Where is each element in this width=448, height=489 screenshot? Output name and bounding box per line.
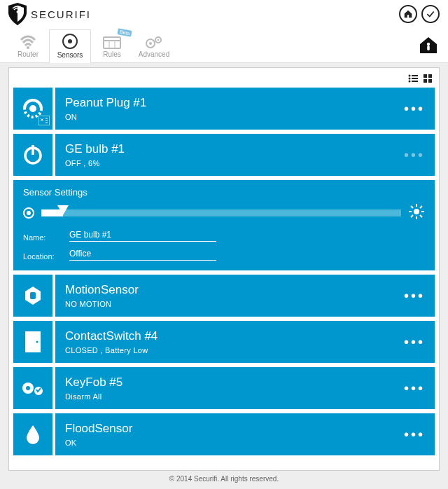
brand-text: SECURIFI xyxy=(31,8,91,20)
water-drop-icon xyxy=(13,413,52,455)
tab-label: Advanced xyxy=(133,50,175,58)
confirm-button[interactable] xyxy=(421,5,440,23)
sensor-title: MotionSensor xyxy=(65,283,139,297)
sensor-card[interactable]: KeyFob #5 Disarm All ••• xyxy=(13,367,435,409)
tab-sensors[interactable]: Sensors xyxy=(49,29,91,63)
sensor-icon xyxy=(62,33,78,50)
brightness-slider[interactable] xyxy=(41,209,401,216)
footer-text: © 2014 Securifi. All rights reserved. xyxy=(0,471,448,487)
sensor-title: GE bulb #1 xyxy=(65,142,125,156)
power-icon xyxy=(13,134,52,176)
sensor-status: Disarm All xyxy=(65,392,122,401)
more-button[interactable]: ••• xyxy=(404,288,425,304)
brightness-icon xyxy=(408,203,425,223)
tab-label: Rules xyxy=(91,50,133,58)
svg-line-33 xyxy=(411,206,413,208)
more-button[interactable]: ••• xyxy=(404,427,425,443)
more-button[interactable]: ••• xyxy=(404,380,425,397)
sensor-card[interactable]: GE bulb #1 OFF , 6% ••• xyxy=(13,134,435,176)
sensor-status: NO MOTION xyxy=(65,300,139,308)
sensor-status: OFF , 6% xyxy=(65,159,125,167)
svg-rect-22 xyxy=(424,79,427,83)
sensor-card[interactable]: FloodSensor OK ••• xyxy=(13,413,435,455)
svg-rect-4 xyxy=(104,37,120,48)
name-field[interactable]: GE bulb #1 xyxy=(69,230,216,242)
svg-rect-39 xyxy=(25,331,41,352)
home-icon xyxy=(403,9,413,19)
tab-label: Router xyxy=(7,50,49,58)
sensor-settings-panel: Sensor Settings Name: GE bulb #1 Locatio… xyxy=(13,180,435,270)
svg-point-42 xyxy=(26,386,30,390)
svg-rect-38 xyxy=(30,292,36,299)
tab-router[interactable]: Router xyxy=(7,32,49,62)
sensor-status: OK xyxy=(65,439,132,447)
more-button[interactable]: ••• xyxy=(404,334,425,350)
gears-icon xyxy=(145,35,163,49)
sensor-card[interactable]: Peanut Plug #1 ON ••• xyxy=(13,88,435,130)
svg-line-36 xyxy=(420,206,422,208)
svg-rect-25 xyxy=(38,116,50,125)
sensor-status: CLOSED , Battery Low xyxy=(65,346,158,354)
svg-rect-21 xyxy=(428,74,432,78)
presence-icon[interactable] xyxy=(419,36,438,57)
more-button[interactable]: ••• xyxy=(404,101,425,117)
tab-label: Sensors xyxy=(50,51,90,59)
svg-point-11 xyxy=(158,39,160,41)
svg-point-14 xyxy=(409,75,411,77)
svg-point-24 xyxy=(29,105,36,112)
wifi-icon xyxy=(20,35,36,49)
svg-rect-13 xyxy=(427,46,430,50)
sensor-title: Peanut Plug #1 xyxy=(65,96,146,110)
svg-point-16 xyxy=(409,78,411,80)
name-label: Name: xyxy=(23,233,59,242)
svg-point-9 xyxy=(149,42,152,45)
sensor-title: ContactSwitch #4 xyxy=(65,329,158,343)
remote-badge-icon xyxy=(38,116,50,128)
tab-advanced[interactable]: Advanced xyxy=(133,32,175,62)
svg-point-40 xyxy=(36,341,38,343)
keyfob-icon xyxy=(13,367,52,409)
svg-point-18 xyxy=(409,81,411,83)
svg-rect-20 xyxy=(424,74,427,78)
sensor-card[interactable]: MotionSensor NO MOTION ••• xyxy=(13,275,435,317)
tab-rules[interactable]: Beta Rules xyxy=(91,32,133,62)
svg-point-0 xyxy=(17,11,19,13)
home-button[interactable] xyxy=(399,5,417,23)
check-icon xyxy=(426,9,435,19)
more-button[interactable]: ••• xyxy=(404,147,425,163)
calendar-icon xyxy=(103,35,121,49)
list-view-button[interactable] xyxy=(408,74,421,85)
power-toggle[interactable] xyxy=(23,207,34,219)
svg-line-35 xyxy=(411,215,413,217)
shield-icon xyxy=(8,3,27,25)
location-field[interactable]: Office xyxy=(69,249,216,261)
door-icon xyxy=(13,321,52,363)
sensor-title: FloodSensor xyxy=(65,422,132,436)
sensor-title: KeyFob #5 xyxy=(65,376,122,390)
grid-view-button[interactable] xyxy=(424,74,432,85)
location-label: Location: xyxy=(23,252,59,261)
brand-logo: SECURIFI xyxy=(8,3,91,25)
svg-point-28 xyxy=(414,209,419,214)
svg-rect-17 xyxy=(412,78,418,79)
sensor-card[interactable]: ContactSwitch #4 CLOSED , Battery Low ••… xyxy=(13,321,435,363)
svg-line-34 xyxy=(420,215,422,217)
svg-rect-19 xyxy=(412,81,418,82)
sensors-panel: Peanut Plug #1 ON ••• GE bulb #1 OFF , 6… xyxy=(8,67,440,471)
sensor-status: ON xyxy=(65,113,146,121)
svg-point-3 xyxy=(68,39,72,43)
svg-rect-15 xyxy=(412,75,418,76)
svg-rect-23 xyxy=(428,79,432,83)
svg-point-1 xyxy=(27,46,29,49)
settings-heading: Sensor Settings xyxy=(23,187,425,198)
motion-icon xyxy=(13,275,52,317)
plug-icon xyxy=(13,88,52,130)
svg-point-12 xyxy=(427,43,430,46)
